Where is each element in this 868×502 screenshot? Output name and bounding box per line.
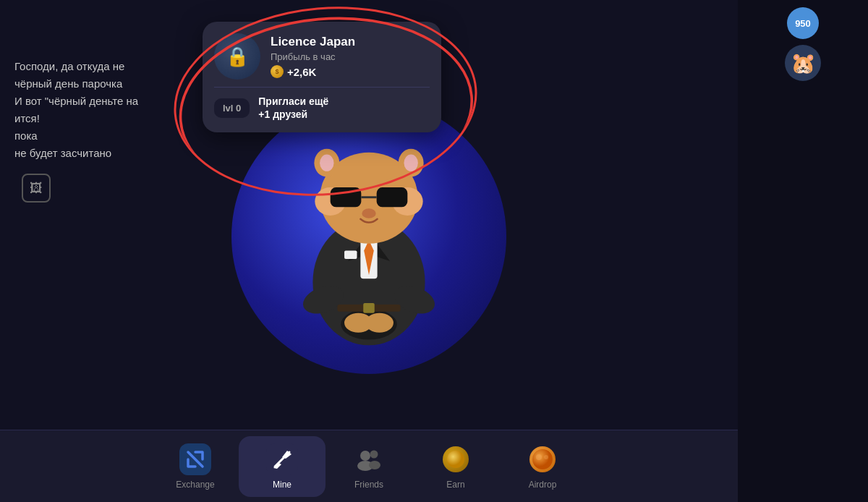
earn-coin-icon <box>443 446 469 472</box>
exchange-icon <box>185 449 205 469</box>
svg-point-23 <box>362 208 375 218</box>
svg-rect-21 <box>377 187 408 207</box>
exchange-label: Exchange <box>176 480 214 490</box>
nav-item-mine[interactable]: Mine <box>239 436 326 497</box>
card-level: lvl 0 <box>214 98 250 118</box>
exchange-icon-bg <box>179 443 211 475</box>
card-top-section: 🔒 Licence Japan Прибыль в час $ +2,6K <box>214 33 430 80</box>
svg-rect-6 <box>344 250 357 259</box>
card-title: Licence Japan <box>271 35 430 49</box>
svg-point-11 <box>365 313 393 333</box>
licence-japan-card[interactable]: 🔒 Licence Japan Прибыль в час $ +2,6K lv… <box>203 22 441 132</box>
profit-value: +2,6K <box>287 66 316 78</box>
svg-point-19 <box>404 155 417 171</box>
svg-rect-20 <box>331 187 362 207</box>
mine-icon-bg <box>266 443 298 475</box>
right-chat-panel: 950 🐹 <box>738 0 868 502</box>
chat-avatar: 🐹 <box>785 45 821 81</box>
card-profit: $ +2,6K <box>271 65 430 78</box>
nav-item-earn[interactable]: Earn <box>412 436 499 497</box>
earn-label: Earn <box>446 480 464 490</box>
chat-badge: 950 <box>787 7 819 39</box>
hamster-circle-bg <box>231 99 506 374</box>
earn-icon-area <box>440 443 472 475</box>
airdrop-label: Airdrop <box>529 480 557 490</box>
friends-label: Friends <box>354 480 383 490</box>
nav-item-exchange[interactable]: Exchange <box>152 436 239 497</box>
svg-point-34 <box>544 455 548 459</box>
card-globe-icon: 🔒 <box>214 33 260 80</box>
airdrop-icon-area <box>527 443 558 475</box>
svg-point-33 <box>536 454 542 460</box>
svg-point-31 <box>447 451 464 468</box>
svg-point-30 <box>369 461 380 469</box>
svg-rect-25 <box>363 303 375 313</box>
friends-icon <box>357 447 381 472</box>
card-invite-text: Пригласи ещё+1 друзей <box>258 95 328 121</box>
card-bottom-section: lvl 0 Пригласи ещё+1 друзей <box>214 87 430 121</box>
profit-coin-icon: $ <box>271 65 284 78</box>
svg-point-28 <box>370 450 378 458</box>
card-info: Licence Japan Прибыль в час $ +2,6K <box>271 35 430 78</box>
bottom-navigation: Exchange Mine Friends <box>0 430 738 502</box>
lock-icon: 🔒 <box>226 46 249 68</box>
friends-icon-area <box>353 443 385 475</box>
svg-point-27 <box>360 451 370 461</box>
badge-count: 950 <box>795 18 811 29</box>
svg-point-17 <box>320 155 333 171</box>
nav-item-friends[interactable]: Friends <box>326 436 412 497</box>
airdrop-coin-icon <box>529 446 556 472</box>
mine-label: Mine <box>273 480 292 490</box>
hamster-character <box>275 121 463 352</box>
svg-point-32 <box>532 449 553 469</box>
card-subtitle: Прибыль в час <box>271 51 430 62</box>
nav-item-airdrop[interactable]: Airdrop <box>499 436 586 497</box>
mine-pickaxe-icon <box>271 448 293 470</box>
